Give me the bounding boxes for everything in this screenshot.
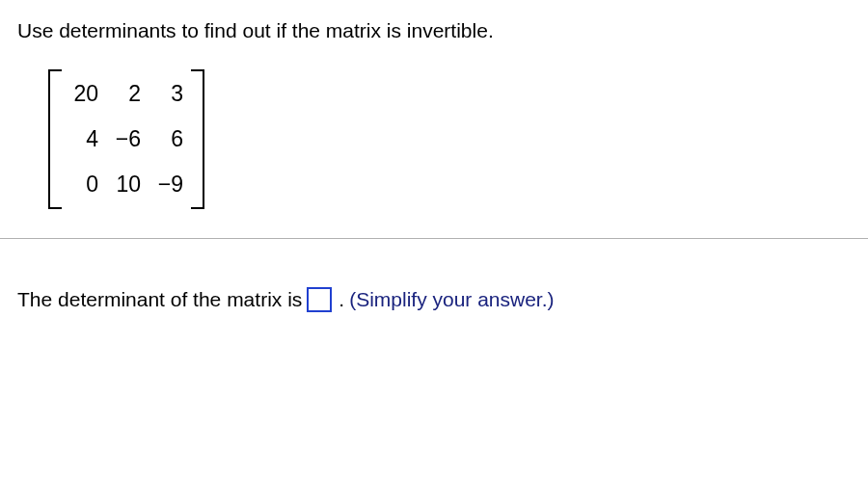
- answer-section: The determinant of the matrix is . (Simp…: [17, 287, 851, 312]
- determinant-input[interactable]: [307, 287, 332, 312]
- answer-period: .: [339, 288, 344, 311]
- answer-prefix: The determinant of the matrix is: [17, 288, 302, 311]
- matrix-cell: −6: [112, 126, 141, 152]
- matrix-cell: 2: [112, 81, 141, 107]
- matrix-cell: 10: [112, 172, 141, 198]
- question-prompt: Use determinants to find out if the matr…: [17, 19, 851, 42]
- divider: [0, 238, 868, 239]
- matrix-cell: 20: [69, 81, 98, 107]
- bracket-left: [48, 69, 60, 209]
- matrix-cell: 4: [69, 126, 98, 152]
- matrix-cell: 3: [154, 81, 183, 107]
- matrix: 20 2 3 4 −6 6 0 10 −9: [48, 69, 204, 209]
- answer-hint: (Simplify your answer.): [349, 288, 554, 311]
- matrix-grid: 20 2 3 4 −6 6 0 10 −9: [60, 69, 193, 209]
- matrix-cell: 6: [154, 126, 183, 152]
- matrix-cell: −9: [154, 172, 183, 198]
- matrix-cell: 0: [69, 172, 98, 198]
- bracket-right: [193, 69, 204, 209]
